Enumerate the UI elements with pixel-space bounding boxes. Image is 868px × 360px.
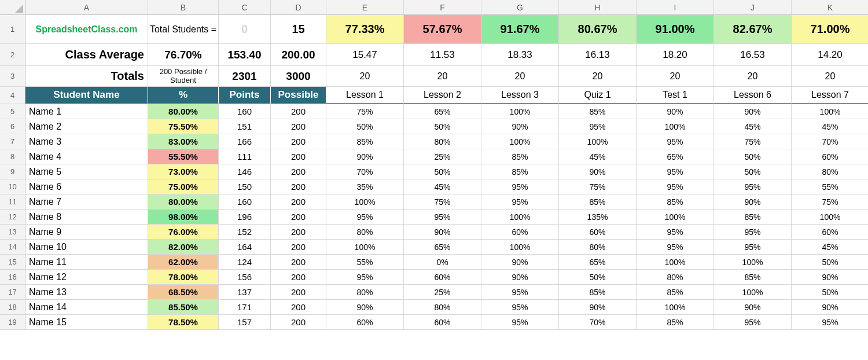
student-score-cell[interactable]: 50% [404,119,481,134]
student-score-cell[interactable]: 70% [559,315,637,330]
student-score-cell[interactable]: 85% [714,210,792,225]
student-points-cell[interactable]: 152 [219,225,271,240]
student-score-cell[interactable]: 100% [481,104,559,119]
student-score-cell[interactable]: 0% [404,255,481,270]
student-points-cell[interactable]: 156 [219,270,271,285]
student-score-cell[interactable]: 95% [714,240,792,255]
student-points-cell[interactable]: 124 [219,255,271,270]
student-possible-cell[interactable]: 200 [271,164,326,179]
student-name-cell[interactable]: Name 4 [25,149,148,164]
student-score-cell[interactable]: 25% [404,149,481,164]
column-header-h[interactable]: H [559,0,637,15]
student-score-cell[interactable]: 25% [404,285,481,300]
spreadsheet-grid[interactable]: ABCDEFGHIJK1SpreadsheetClass.comTotal St… [0,0,868,330]
student-score-cell[interactable]: 85% [559,285,637,300]
student-score-cell[interactable]: 60% [326,315,404,330]
column-header-i[interactable]: I [637,0,714,15]
student-score-cell[interactable]: 90% [404,225,481,240]
row-header-2[interactable]: 2 [0,44,25,66]
student-score-cell[interactable]: 100% [637,300,714,315]
student-score-cell[interactable]: 95% [637,164,714,179]
row-header-14[interactable]: 14 [0,240,25,255]
student-score-cell[interactable]: 100% [637,119,714,134]
student-score-cell[interactable]: 45% [792,119,868,134]
student-possible-cell[interactable]: 200 [271,134,326,149]
student-percent-cell[interactable]: 80.00% [148,104,219,119]
student-score-cell[interactable]: 85% [637,194,714,210]
student-score-cell[interactable]: 95% [714,315,792,330]
row-header-5[interactable]: 5 [0,104,25,119]
student-percent-cell[interactable]: 73.00% [148,164,219,179]
student-points-cell[interactable]: 146 [219,164,271,179]
student-score-cell[interactable]: 65% [404,104,481,119]
student-points-cell[interactable]: 166 [219,134,271,149]
student-points-cell[interactable]: 111 [219,149,271,164]
student-score-cell[interactable]: 90% [326,300,404,315]
student-score-cell[interactable]: 60% [559,225,637,240]
column-header-a[interactable]: A [25,0,148,15]
student-score-cell[interactable]: 100% [481,134,559,149]
student-possible-cell[interactable]: 200 [271,210,326,225]
student-percent-cell[interactable]: 82.00% [148,240,219,255]
student-score-cell[interactable]: 100% [326,240,404,255]
student-name-cell[interactable]: Name 13 [25,285,148,300]
column-header-b[interactable]: B [148,0,219,15]
column-header-c[interactable]: C [219,0,271,15]
row-header-19[interactable]: 19 [0,315,25,330]
student-points-cell[interactable]: 157 [219,315,271,330]
student-score-cell[interactable]: 100% [637,255,714,270]
student-score-cell[interactable]: 95% [637,179,714,194]
student-score-cell[interactable]: 95% [326,270,404,285]
student-score-cell[interactable]: 95% [714,179,792,194]
student-score-cell[interactable]: 35% [326,179,404,194]
student-possible-cell[interactable]: 200 [271,300,326,315]
student-score-cell[interactable]: 60% [481,225,559,240]
student-score-cell[interactable]: 100% [792,104,868,119]
student-score-cell[interactable]: 45% [714,119,792,134]
student-score-cell[interactable]: 75% [792,194,868,210]
student-name-cell[interactable]: Name 9 [25,225,148,240]
student-possible-cell[interactable]: 200 [271,194,326,210]
student-score-cell[interactable]: 45% [404,179,481,194]
student-score-cell[interactable]: 90% [326,149,404,164]
student-score-cell[interactable]: 60% [792,225,868,240]
student-points-cell[interactable]: 196 [219,210,271,225]
column-header-e[interactable]: E [326,0,404,15]
row-header-13[interactable]: 13 [0,225,25,240]
student-possible-cell[interactable]: 200 [271,119,326,134]
student-score-cell[interactable]: 95% [792,315,868,330]
student-score-cell[interactable]: 60% [792,149,868,164]
student-score-cell[interactable]: 100% [481,210,559,225]
row-header-4[interactable]: 4 [0,87,25,104]
student-points-cell[interactable]: 160 [219,104,271,119]
student-percent-cell[interactable]: 78.50% [148,315,219,330]
student-name-cell[interactable]: Name 15 [25,315,148,330]
student-score-cell[interactable]: 90% [714,104,792,119]
student-score-cell[interactable]: 60% [404,270,481,285]
student-points-cell[interactable]: 150 [219,179,271,194]
student-percent-cell[interactable]: 83.00% [148,134,219,149]
student-percent-cell[interactable]: 68.50% [148,285,219,300]
student-score-cell[interactable]: 45% [559,149,637,164]
student-score-cell[interactable]: 45% [792,240,868,255]
student-percent-cell[interactable]: 85.50% [148,300,219,315]
student-percent-cell[interactable]: 62.00% [148,255,219,270]
student-percent-cell[interactable]: 75.50% [148,119,219,134]
student-name-cell[interactable]: Name 8 [25,210,148,225]
student-score-cell[interactable]: 50% [792,255,868,270]
row-header-9[interactable]: 9 [0,164,25,179]
student-score-cell[interactable]: 70% [326,164,404,179]
student-score-cell[interactable]: 80% [404,300,481,315]
student-score-cell[interactable]: 100% [559,134,637,149]
student-possible-cell[interactable]: 200 [271,225,326,240]
student-score-cell[interactable]: 90% [792,270,868,285]
student-score-cell[interactable]: 85% [714,270,792,285]
row-header-1[interactable]: 1 [0,15,25,44]
student-score-cell[interactable]: 90% [559,164,637,179]
student-score-cell[interactable]: 80% [404,134,481,149]
student-score-cell[interactable]: 80% [326,285,404,300]
student-possible-cell[interactable]: 200 [271,315,326,330]
student-score-cell[interactable]: 65% [404,240,481,255]
student-score-cell[interactable]: 60% [404,315,481,330]
student-percent-cell[interactable]: 98.00% [148,210,219,225]
